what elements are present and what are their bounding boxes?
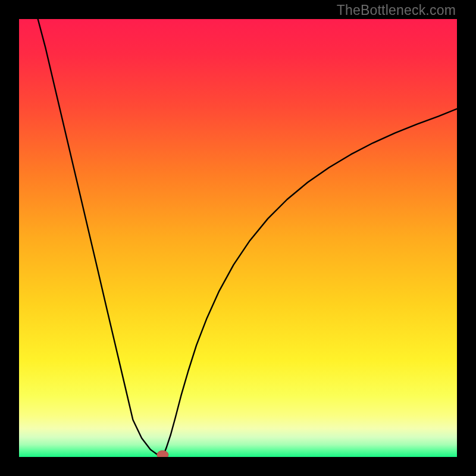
outer-frame: TheBottleneck.com [0,0,476,476]
minimum-marker [157,450,168,457]
chart-svg [19,19,457,457]
plot-area [19,19,457,457]
watermark-text: TheBottleneck.com [337,2,456,18]
gradient-background [19,19,457,457]
